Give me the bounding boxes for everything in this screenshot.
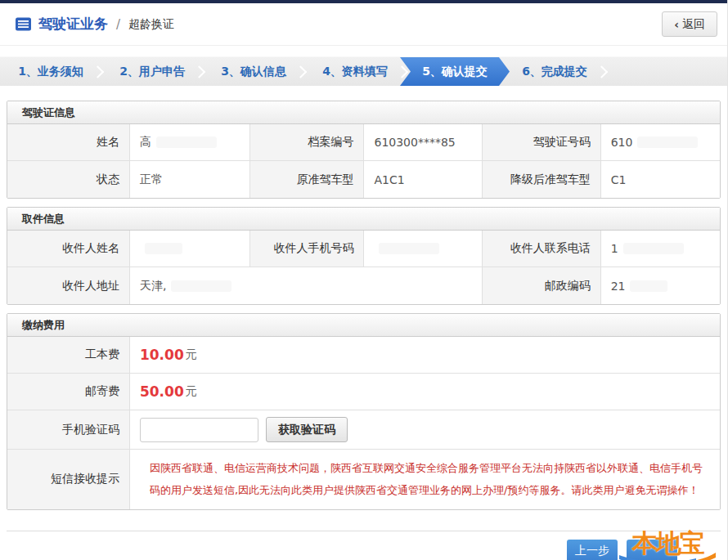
redacted-blur (637, 137, 698, 148)
previous-step-button[interactable]: 上一步 (567, 540, 618, 560)
table-row: 收件人地址 天津, 邮政编码 21 (7, 267, 720, 304)
redacted-blur (630, 280, 667, 292)
step-wizard: 1、业务须知 2、用户申告 3、确认信息 4、资料填写 5、确认提交 6、完成提… (0, 56, 727, 86)
page-title: 驾驶证业务 (38, 15, 108, 34)
redacted-blur (623, 243, 684, 254)
sms-code-cell: 获取验证码 (129, 410, 720, 449)
notice-cell: 因陕西省联通、电信运营商技术问题，陕西省互联网交通安全综合服务管理平台无法向持陕… (129, 450, 720, 509)
field-label: 收件人手机号码 (249, 231, 363, 267)
fee-value: 10.00 元 (129, 337, 720, 373)
sms-notice-text: 因陕西省联通、电信运营商技术问题，陕西省互联网交通安全综合服务管理平台无法向持陕… (140, 450, 720, 509)
back-button-label: 返回 (682, 17, 705, 32)
field-value: 610300****85 (363, 124, 482, 160)
back-button[interactable]: ‹ 返回 (662, 11, 717, 37)
page-subtitle: 超龄换证 (128, 17, 174, 32)
step-1-notice[interactable]: 1、业务须知 (0, 57, 101, 86)
field-value: C1 (600, 161, 720, 198)
field-label: 驾驶证号码 (482, 124, 600, 160)
field-label: 手机验证码 (7, 410, 129, 449)
payment-section-title: 缴纳费用 (7, 314, 720, 337)
sms-code-input[interactable] (140, 418, 258, 442)
field-value: 高 (129, 124, 249, 160)
field-label: 降级后准驾车型 (482, 161, 600, 198)
pickup-info-section: 取件信息 收件人姓名 收件人手机号码 收件人联系电话 1 收件人地址 天津, 邮… (7, 207, 721, 305)
main-content: 驾驶证信息 姓名 高 档案编号 610300****85 驾驶证号码 610 状… (0, 86, 727, 560)
payment-section: 缴纳费用 工本费 10.00 元 邮寄费 50.00 元 手机验证码 (7, 313, 721, 510)
field-value: A1C1 (363, 161, 482, 198)
page: 驾驶证业务 / 超龄换证 ‹ 返回 1、业务须知 2、用户申告 3、确认信息 4… (0, 0, 728, 560)
fee-row: 工本费 10.00 元 (7, 337, 720, 374)
redacted-blur (171, 280, 231, 292)
sms-notice-row: 短信接收提示 因陕西省联通、电信运营商技术问题，陕西省互联网交通安全综合服务管理… (7, 450, 720, 509)
fee-unit: 元 (186, 384, 197, 399)
redacted-blur (156, 137, 217, 148)
breadcrumb-separator: / (115, 17, 122, 32)
step-6-complete[interactable]: 6、完成提交 (504, 57, 605, 86)
step-bar-filler (605, 57, 727, 86)
fee-amount: 10.00 (140, 347, 184, 363)
step-2-declare[interactable]: 2、用户申告 (101, 57, 203, 86)
field-label: 状态 (7, 161, 129, 198)
fee-value: 50.00 元 (129, 374, 720, 410)
fee-amount: 50.00 (140, 383, 184, 400)
breadcrumb: 驾驶证业务 / 超龄换证 (15, 15, 174, 34)
license-section-title: 驾驶证信息 (7, 101, 720, 124)
field-value: 21 (600, 267, 720, 304)
field-label: 档案编号 (249, 124, 363, 160)
redacted-blur (379, 243, 439, 254)
step-4-fill-data[interactable]: 4、资料填写 (304, 57, 406, 86)
field-label: 工本费 (7, 337, 129, 373)
field-value: 正常 (129, 161, 249, 198)
table-row: 状态 正常 原准驾车型 A1C1 降级后准驾车型 C1 (7, 161, 720, 198)
field-label: 收件人姓名 (7, 231, 129, 267)
field-label: 收件人地址 (7, 267, 129, 304)
field-label: 邮寄费 (7, 374, 129, 410)
field-value (129, 231, 249, 267)
fee-unit: 元 (186, 347, 197, 362)
footer-actions: 上一步 本地宝 Bendibao.com (7, 531, 721, 560)
get-sms-code-button[interactable]: 获取验证码 (266, 417, 348, 442)
sms-code-row: 手机验证码 获取验证码 (7, 410, 720, 450)
step-3-confirm-info[interactable]: 3、确认信息 (203, 57, 304, 86)
fee-row: 邮寄费 50.00 元 (7, 374, 720, 410)
field-label: 短信接收提示 (7, 450, 129, 509)
chevron-left-icon: ‹ (674, 18, 679, 31)
table-row: 收件人姓名 收件人手机号码 收件人联系电话 1 (7, 231, 720, 267)
field-value: 1 (600, 231, 720, 267)
field-label: 邮政编码 (482, 267, 600, 304)
redacted-blur (145, 243, 182, 254)
field-label: 收件人联系电话 (482, 231, 600, 267)
pickup-section-title: 取件信息 (7, 208, 720, 231)
step-5-confirm-submit-active[interactable]: 5、确认提交 (400, 57, 510, 86)
table-row: 姓名 高 档案编号 610300****85 驾驶证号码 610 (7, 124, 720, 161)
license-info-section: 驾驶证信息 姓名 高 档案编号 610300****85 驾驶证号码 610 状… (7, 101, 721, 199)
field-value: 610 (600, 124, 720, 160)
field-value: 天津, (129, 267, 482, 304)
submit-button-under-watermark[interactable] (627, 540, 677, 560)
field-label: 原准驾车型 (249, 161, 363, 198)
form-list-icon (15, 16, 32, 33)
field-value (363, 231, 482, 267)
field-label: 姓名 (7, 124, 129, 160)
page-header: 驾驶证业务 / 超龄换证 ‹ 返回 (0, 3, 727, 46)
